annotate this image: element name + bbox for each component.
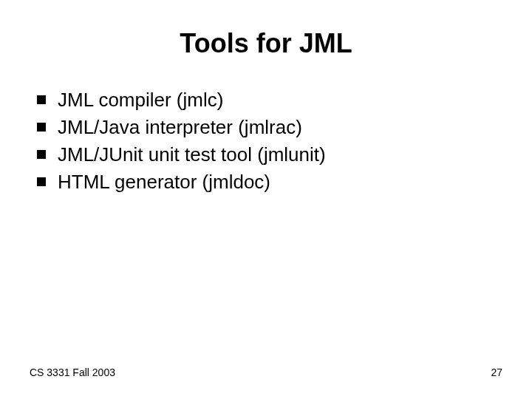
footer-page-number: 27 <box>491 366 502 378</box>
bullet-text: JML compiler (jmlc) <box>58 87 502 113</box>
bullet-icon <box>37 95 46 104</box>
bullet-icon <box>37 150 46 159</box>
bullet-text: JML/JUnit unit test tool (jmlunit) <box>58 142 502 168</box>
bullet-list: JML compiler (jmlc) JML/Java interpreter… <box>30 87 502 195</box>
slide-title: Tools for JML <box>30 28 502 59</box>
bullet-text: HTML generator (jmldoc) <box>58 169 502 195</box>
list-item: JML/JUnit unit test tool (jmlunit) <box>37 142 502 168</box>
bullet-icon <box>37 177 46 186</box>
bullet-text: JML/Java interpreter (jmlrac) <box>58 115 502 140</box>
bullet-icon <box>37 123 46 132</box>
list-item: JML/Java interpreter (jmlrac) <box>37 115 502 140</box>
list-item: JML compiler (jmlc) <box>37 87 502 113</box>
footer-left-text: CS 3331 Fall 2003 <box>30 366 115 378</box>
slide-footer: CS 3331 Fall 2003 27 <box>30 366 502 378</box>
slide-container: Tools for JML JML compiler (jmlc) JML/Ja… <box>0 0 532 399</box>
list-item: HTML generator (jmldoc) <box>37 169 502 195</box>
